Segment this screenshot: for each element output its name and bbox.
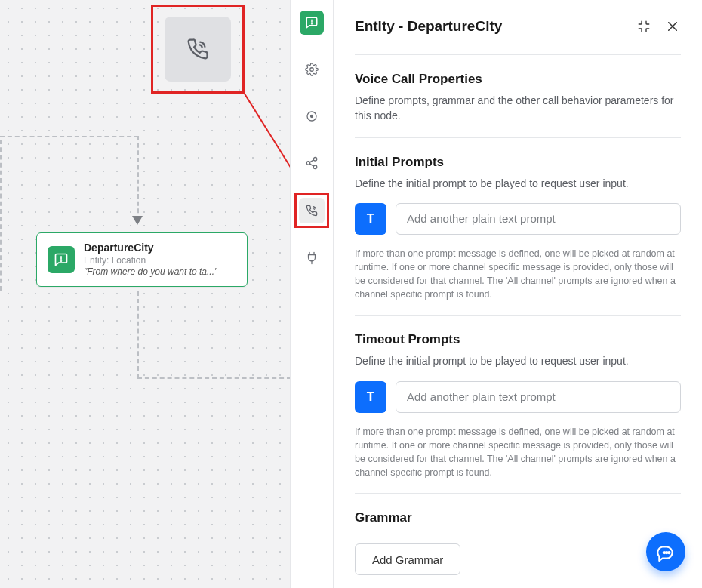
svg-line-10 bbox=[309, 164, 313, 166]
svg-point-6 bbox=[311, 115, 313, 118]
svg-point-3 bbox=[312, 23, 313, 24]
rail-tab-integrations[interactable] bbox=[300, 246, 324, 270]
add-grammar-button[interactable]: Add Grammar bbox=[355, 543, 460, 575]
chat-launcher-button[interactable] bbox=[646, 532, 685, 571]
rail-tab-dialog[interactable] bbox=[300, 11, 324, 35]
panel-tab-rail bbox=[290, 0, 334, 588]
svg-point-1 bbox=[61, 260, 62, 261]
svg-point-4 bbox=[310, 68, 314, 72]
node-prompt-preview: "From where do you want to ta..." bbox=[84, 266, 217, 277]
section-description: Define prompts, grammar and the other ca… bbox=[355, 93, 681, 124]
section-description: Define the initial prompt to be played t… bbox=[355, 176, 681, 191]
connector-line bbox=[137, 136, 139, 220]
panel-title: Entity - DepartureCity bbox=[355, 18, 623, 35]
connector-line bbox=[0, 140, 2, 291]
svg-point-15 bbox=[666, 552, 667, 553]
voice-target-highlight bbox=[294, 193, 329, 228]
node-subtitle: Entity: Location bbox=[84, 255, 217, 266]
section-title: Voice Call Properties bbox=[355, 72, 681, 87]
connector-line bbox=[137, 291, 139, 378]
grammar-section: Grammar Add Grammar bbox=[355, 493, 681, 588]
section-title: Initial Prompts bbox=[355, 155, 681, 170]
arrow-down-icon bbox=[132, 216, 143, 225]
voice-channel-tile[interactable] bbox=[165, 17, 231, 82]
rail-tab-settings[interactable] bbox=[300, 57, 324, 82]
connector-line bbox=[0, 136, 139, 137]
section-hint: If more than one prompt message is defin… bbox=[355, 425, 681, 480]
entity-node-card[interactable]: DepartureCity Entity: Location "From whe… bbox=[36, 232, 248, 287]
section-title: Grammar bbox=[355, 510, 681, 525]
section-title: Timeout Prompts bbox=[355, 332, 681, 347]
node-title: DepartureCity bbox=[84, 242, 217, 254]
initial-prompts-section: Initial Prompts Define the initial promp… bbox=[355, 137, 681, 316]
close-icon[interactable] bbox=[664, 18, 681, 35]
properties-panel: Entity - DepartureCity Voice Call Proper… bbox=[334, 0, 702, 588]
svg-point-14 bbox=[664, 552, 665, 553]
voice-call-section: Voice Call Properties Define prompts, gr… bbox=[355, 54, 681, 137]
text-prompt-type-button[interactable]: T bbox=[355, 203, 386, 235]
collapse-icon[interactable] bbox=[636, 18, 652, 35]
connector-line bbox=[137, 377, 291, 379]
flow-canvas[interactable]: DepartureCity Entity: Location "From whe… bbox=[0, 0, 290, 588]
timeout-prompts-section: Timeout Prompts Define the initial promp… bbox=[355, 315, 681, 493]
section-hint: If more than one prompt message is defin… bbox=[355, 247, 681, 302]
dialog-icon bbox=[48, 246, 75, 273]
rail-tab-share[interactable] bbox=[300, 151, 324, 175]
timeout-prompt-input[interactable] bbox=[396, 381, 681, 413]
svg-line-11 bbox=[309, 160, 313, 162]
svg-point-16 bbox=[668, 552, 670, 553]
rail-tab-record[interactable] bbox=[300, 104, 324, 128]
initial-prompt-input[interactable] bbox=[396, 203, 681, 235]
section-description: Define the initial prompt to be played t… bbox=[355, 353, 681, 368]
callout-connector bbox=[242, 91, 295, 174]
text-prompt-type-button[interactable]: T bbox=[355, 381, 386, 413]
